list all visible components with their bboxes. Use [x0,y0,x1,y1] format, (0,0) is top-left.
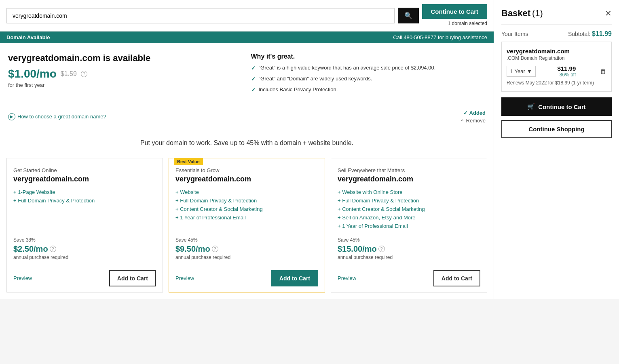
domain-price: $1.00/mo [8,67,57,80]
why-item-3: ✓ Includes Basic Privacy Protection. [251,86,486,94]
feature-seller-4: Sell on Amazon, Etsy and More [338,215,480,221]
subtotal-row: Subtotal: $11.99 [568,30,612,38]
domain-card-left: verygreatdomain.com is available $1.00/m… [8,53,243,97]
search-bar: 🔍 Continue to Cart 1 domain selected [0,0,494,32]
call-info-label: Call 480-505-8877 for buying assistance [393,34,487,40]
check-icon-3: ✓ [251,86,256,94]
plans-grid: Get Started Online verygreatdomain.com 1… [0,158,494,299]
basket-item-row: 1 Year ▼ $11.99 36% off 🗑 [507,65,606,78]
plan-annual-starter: annual purchase required [13,255,156,260]
plan-category-essentials: Essentials to Grow [175,167,318,173]
feature-starter-1: 1-Page Website [13,189,156,195]
check-icon-1: ✓ [251,65,256,72]
price-icon-essentials[interactable]: ? [212,246,218,252]
feature-seller-5: 1 Year of Professional Email [338,223,480,229]
plan-category-starter: Get Started Online [13,167,156,173]
plan-save-essentials: Save 45% [175,237,318,243]
basket-item-renew: Renews May 2022 for $18.99 (1-yr term) [507,80,606,86]
plan-actions-seller: Preview Add to Cart [338,266,480,286]
close-icon[interactable]: ✕ [605,8,612,18]
preview-link-seller[interactable]: Preview [338,275,356,281]
feature-seller-3: Content Creator & Social Marketing [338,206,480,212]
check-added-icon: ✓ [463,110,468,116]
subtotal-amount: $11.99 [592,30,612,37]
item-discount: 36% off [560,72,576,78]
plan-price-essentials: $9.50/mo ? [175,244,318,254]
plan-price-seller: $15.00/mo ? [338,244,480,254]
plan-category-seller: Sell Everywhere that Matters [338,167,480,173]
domain-available-label: Domain Available [6,34,50,40]
feature-essentials-3: Content Creator & Social Marketing [175,206,318,212]
plan-price-starter: $2.50/mo ? [13,244,156,254]
preview-link-starter[interactable]: Preview [13,275,32,281]
search-right: Continue to Cart 1 domain selected [422,4,488,27]
feature-starter-2: Full Domain Privacy & Protection [13,198,156,204]
bundle-section: Put your domain to work. Save up to 45% … [0,131,494,158]
basket-title: Basket [501,8,530,18]
item-price: $11.99 [557,65,576,72]
plan-features-essentials: Website Full Domain Privacy & Protection… [175,189,318,231]
plan-card-essentials: Best Value Essentials to Grow verygreatd… [169,158,325,292]
plan-card-starter: Get Started Online verygreatdomain.com 1… [6,158,163,292]
add-to-cart-starter[interactable]: Add to Cart [109,270,156,286]
plan-domain-starter: verygreatdomain.com [13,175,156,183]
basket-items-row: Your Items Subtotal: $11.99 [501,30,612,38]
plan-actions-essentials: Preview Add to Cart [175,266,318,286]
added-label: ✓ Added [463,110,486,116]
why-item-2: ✓ "Great" and "Domain" are widely used k… [251,75,486,83]
why-item-1: ✓ "Great" is a high value keyword that h… [251,64,486,72]
plan-save-starter: Save 38% [13,237,156,243]
basket-continue-shopping-button[interactable]: Continue Shopping [501,120,612,138]
subtotal-label: Subtotal: [568,31,590,37]
plan-save-seller: Save 45% [338,237,480,243]
price-icon-starter[interactable]: ? [50,246,56,252]
your-items-label: Your Items [501,31,528,37]
bundle-title: Put your domain to work. Save up to 45% … [6,139,487,147]
chevron-down-icon: ▼ [527,68,532,74]
domain-name-title: verygreatdomain.com is available [8,53,243,63]
feature-essentials-2: Full Domain Privacy & Protection [175,198,318,204]
basket-title-group: Basket (1) [501,8,543,19]
remove-label[interactable]: ⚬ Remove [460,118,486,124]
domain-info-card: verygreatdomain.com is available $1.00/m… [0,43,494,131]
add-to-cart-seller[interactable]: Add to Cart [433,270,480,286]
basket-item-domain: verygreatdomain.com [507,48,606,55]
plan-domain-essentials: verygreatdomain.com [175,175,318,183]
play-icon: ▶ [8,113,15,120]
domain-old-price: $1.59 [61,70,77,78]
basket-item-type: .COM Domain Registration [507,55,606,61]
year-label: 1 Year [510,68,525,74]
plan-actions-starter: Preview Add to Cart [13,266,156,286]
how-to-link[interactable]: ▶ How to choose a great domain name? [8,113,106,120]
basket-continue-cart-button[interactable]: 🛒 Continue to Cart [501,97,612,116]
plan-features-seller: Website with Online Store Full Domain Pr… [338,189,480,231]
basket-count: (1) [532,8,543,18]
domain-card-right: Why it's great. ✓ "Great" is a high valu… [251,53,486,97]
preview-link-essentials[interactable]: Preview [175,275,194,281]
best-value-badge: Best Value [174,158,203,165]
domain-selected-label: 1 domain selected [448,20,487,27]
plan-features-starter: 1-Page Website Full Domain Privacy & Pro… [13,189,156,231]
trash-icon[interactable]: 🗑 [600,68,606,75]
feature-essentials-1: Website [175,189,318,195]
search-input[interactable] [6,8,395,23]
price-icon-seller[interactable]: ? [378,246,385,252]
search-icon: 🔍 [404,12,412,19]
why-great-title: Why it's great. [251,53,486,60]
remove-icon: ⚬ [460,118,465,124]
search-button[interactable]: 🔍 [398,8,419,23]
basket-divider-top [501,24,612,25]
plan-annual-seller: annual purchase required [338,255,480,260]
continue-to-cart-top-button[interactable]: Continue to Cart [422,4,488,19]
price-info-icon[interactable]: ? [81,71,87,77]
plan-domain-seller: verygreatdomain.com [338,175,480,183]
basket-header: Basket (1) ✕ [501,8,612,19]
cart-icon: 🛒 [527,103,535,110]
add-to-cart-essentials[interactable]: Add to Cart [271,270,318,286]
feature-seller-1: Website with Online Store [338,189,480,195]
plan-card-seller: Sell Everywhere that Matters verygreatdo… [331,158,487,292]
domain-available-banner: Domain Available Call 480-505-8877 for b… [0,32,494,43]
basket-item-card: verygreatdomain.com .COM Domain Registra… [501,42,612,92]
year-select[interactable]: 1 Year ▼ [507,66,536,77]
why-list: ✓ "Great" is a high value keyword that h… [251,64,486,94]
